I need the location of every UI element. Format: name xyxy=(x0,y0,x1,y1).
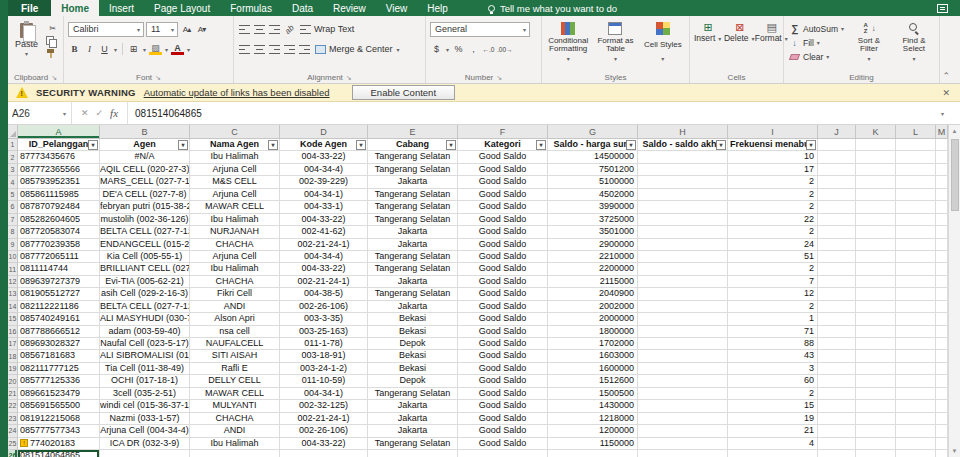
cell-B24[interactable]: Arjuna Cell (004-34-4) xyxy=(100,425,190,437)
cell-H1[interactable]: Saldo - saldo akhir▾ xyxy=(638,139,728,151)
cell-D16[interactable]: 003-25-163) xyxy=(280,326,368,338)
cell-D6[interactable]: 004-33-1) xyxy=(280,201,368,213)
cell-M15[interactable] xyxy=(936,313,948,325)
comma-style-icon[interactable]: , xyxy=(467,43,480,56)
cell-A7[interactable]: 085282604605 xyxy=(18,214,100,226)
cell-K16[interactable] xyxy=(856,326,896,338)
filter-icon[interactable]: ▾ xyxy=(446,140,456,150)
cell-B16[interactable]: adam (003-59-40) xyxy=(100,326,190,338)
cell-I6[interactable]: 2 xyxy=(728,201,818,213)
cell-A18[interactable]: 08567181683 xyxy=(18,350,100,362)
cell-D5[interactable]: 004-34-1) xyxy=(280,189,368,201)
cell-F26[interactable] xyxy=(458,450,548,457)
cell-I1[interactable]: Frekuensi menabun▾ xyxy=(728,139,818,151)
cell-F18[interactable]: Good Saldo xyxy=(458,350,548,362)
filter-icon[interactable]: ▾ xyxy=(626,140,636,150)
cell-D13[interactable]: 004-38-5) xyxy=(280,288,368,300)
cell-M23[interactable] xyxy=(936,413,948,425)
cell-E10[interactable]: Tangerang Selatan xyxy=(368,251,458,263)
cell-C7[interactable]: Ibu Halimah xyxy=(190,214,280,226)
cell-I12[interactable]: 7 xyxy=(728,276,818,288)
cell-F21[interactable]: Good Saldo xyxy=(458,388,548,400)
cell-G2[interactable]: 14500000 xyxy=(548,151,638,163)
cell-A3[interactable]: 087772365566 xyxy=(18,164,100,176)
row-header-17[interactable]: 17 xyxy=(8,338,18,350)
cell-I18[interactable]: 43 xyxy=(728,350,818,362)
cell-E24[interactable]: Jakarta xyxy=(368,425,458,437)
cell-F25[interactable]: Good Saldo xyxy=(458,438,548,450)
cell-J16[interactable] xyxy=(818,326,856,338)
cell-G16[interactable]: 1800000 xyxy=(548,326,638,338)
paste-button[interactable]: Paste ▾ xyxy=(12,21,41,71)
cell-E8[interactable]: Jakarta xyxy=(368,226,458,238)
cell-A16[interactable]: 087788666512 xyxy=(18,326,100,338)
cell-C26[interactable] xyxy=(190,450,280,457)
cell-B9[interactable]: ENDANGCELL (015-25-1) xyxy=(100,239,190,251)
cell-F6[interactable]: Good Saldo xyxy=(458,201,548,213)
scroll-up-icon[interactable]: ▲ xyxy=(952,125,958,137)
cell-G14[interactable]: 2002000 xyxy=(548,301,638,313)
cell-M2[interactable] xyxy=(936,151,948,163)
cell-D19[interactable]: 003-24-1-2) xyxy=(280,363,368,375)
cell-K1[interactable] xyxy=(856,139,896,151)
cell-J2[interactable] xyxy=(818,151,856,163)
column-header-H[interactable]: H xyxy=(638,125,728,138)
cell-D12[interactable]: 002-21-24-1) xyxy=(280,276,368,288)
select-all-corner[interactable] xyxy=(8,125,18,138)
align-middle-icon[interactable] xyxy=(253,23,266,36)
row-header-2[interactable]: 2 xyxy=(8,151,18,163)
cell-I16[interactable]: 71 xyxy=(728,326,818,338)
cell-E21[interactable]: Tangerang Selatan xyxy=(368,388,458,400)
cell-I9[interactable]: 24 xyxy=(728,239,818,251)
cell-F2[interactable]: Good Saldo xyxy=(458,151,548,163)
cell-K12[interactable] xyxy=(856,276,896,288)
column-header-D[interactable]: D xyxy=(280,125,368,138)
cell-B14[interactable]: BELTA CELL (027-7-12) xyxy=(100,301,190,313)
cell-E3[interactable]: Tangerang Selatan xyxy=(368,164,458,176)
cell-B2[interactable]: #N/A xyxy=(100,151,190,163)
cell-C25[interactable]: Ibu Halimah xyxy=(190,438,280,450)
row-header-19[interactable]: 19 xyxy=(8,363,18,375)
row-header-25[interactable]: 25 xyxy=(8,438,18,450)
cell-H22[interactable] xyxy=(638,400,728,412)
cell-E7[interactable]: Tangerang Selatan xyxy=(368,214,458,226)
cell-I3[interactable]: 17 xyxy=(728,164,818,176)
cell-K18[interactable] xyxy=(856,350,896,362)
cell-E15[interactable]: Bekasi xyxy=(368,313,458,325)
cell-A17[interactable]: 089693028327 xyxy=(18,338,100,350)
cell-C23[interactable]: CHACHA xyxy=(190,413,280,425)
cell-H21[interactable] xyxy=(638,388,728,400)
cell-G22[interactable]: 1430000 xyxy=(548,400,638,412)
column-header-J[interactable]: J xyxy=(818,125,856,138)
cell-G12[interactable]: 2115000 xyxy=(548,276,638,288)
cell-J7[interactable] xyxy=(818,214,856,226)
cell-H4[interactable] xyxy=(638,176,728,188)
column-header-F[interactable]: F xyxy=(458,125,548,138)
cell-M21[interactable] xyxy=(936,388,948,400)
cell-A11[interactable]: 0811114744 xyxy=(18,263,100,275)
cell-L20[interactable] xyxy=(896,375,936,387)
cell-B4[interactable]: MARS_CELL (027-7-15) xyxy=(100,176,190,188)
cell-J23[interactable] xyxy=(818,413,856,425)
cell-M3[interactable] xyxy=(936,164,948,176)
row-header-15[interactable]: 15 xyxy=(8,313,18,325)
tab-data[interactable]: Data xyxy=(282,0,323,16)
cell-B20[interactable]: OCHI (017-18-1) xyxy=(100,375,190,387)
filter-icon[interactable]: ▾ xyxy=(178,140,188,150)
cell-E11[interactable]: Tangerang Selatan xyxy=(368,263,458,275)
cell-K13[interactable] xyxy=(856,288,896,300)
cell-E9[interactable]: Jakarta xyxy=(368,239,458,251)
cell-K22[interactable] xyxy=(856,400,896,412)
cell-J25[interactable] xyxy=(818,438,856,450)
cell-F7[interactable]: Good Saldo xyxy=(458,214,548,226)
cell-I5[interactable]: 2 xyxy=(728,189,818,201)
cell-F20[interactable]: Good Saldo xyxy=(458,375,548,387)
filter-icon[interactable]: ▾ xyxy=(88,140,98,150)
cell-K8[interactable] xyxy=(856,226,896,238)
conditional-formatting-button[interactable]: Conditional Formatting ▾ xyxy=(546,21,590,71)
tab-page-layout[interactable]: Page Layout xyxy=(144,0,220,16)
cell-F22[interactable]: Good Saldo xyxy=(458,400,548,412)
percent-style-icon[interactable]: % xyxy=(452,43,465,56)
row-header-8[interactable]: 8 xyxy=(8,226,18,238)
tab-formulas[interactable]: Formulas xyxy=(220,0,282,16)
